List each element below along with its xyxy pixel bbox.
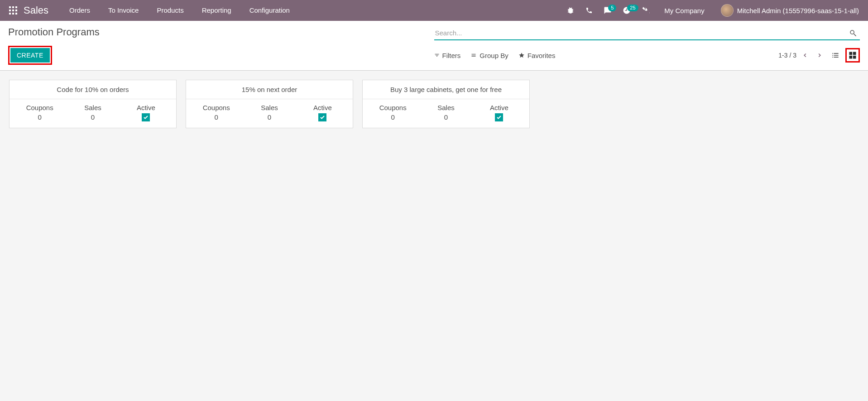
search-tools: Filters Group By Favorites <box>434 52 556 59</box>
promo-card[interactable]: Buy 3 large cabinets, get one for free C… <box>362 80 530 128</box>
svg-rect-8 <box>15 13 17 14</box>
check-icon <box>495 113 503 121</box>
filter-icon <box>434 53 440 58</box>
activity-icon[interactable]: 25 <box>620 6 633 14</box>
svg-rect-9 <box>849 52 853 55</box>
app-brand[interactable]: Sales <box>22 5 53 16</box>
pager-value: 1-3 / 3 <box>778 52 796 59</box>
page-title: Promotion Programs <box>8 26 434 38</box>
col-sales-label: Sales <box>419 104 472 111</box>
menu-orders[interactable]: Orders <box>62 0 97 21</box>
control-panel: Promotion Programs CREATE Filters <box>0 21 868 71</box>
favorites-button[interactable]: Favorites <box>518 52 556 59</box>
filters-button[interactable]: Filters <box>434 52 461 59</box>
kanban-view: Code for 10% on orders Coupons0 Sales0 A… <box>0 71 868 137</box>
groupby-label: Group By <box>480 52 508 59</box>
svg-rect-5 <box>15 10 17 11</box>
menu-configuration[interactable]: Configuration <box>242 0 297 21</box>
pager-prev-icon[interactable] <box>802 52 808 58</box>
col-active-label: Active <box>473 104 526 111</box>
groupby-icon <box>470 53 477 58</box>
promo-card[interactable]: 15% on next order Coupons0 Sales0 Active <box>186 80 353 128</box>
col-active-label: Active <box>296 104 349 111</box>
search-input[interactable] <box>434 26 847 39</box>
svg-rect-1 <box>12 6 14 8</box>
filters-label: Filters <box>442 52 461 59</box>
promo-title: Code for 10% on orders <box>10 80 176 99</box>
user-menu[interactable]: Mitchell Admin (15557996-saas-15-1-all) <box>716 4 863 17</box>
messaging-badge: 5 <box>608 5 616 11</box>
promo-title: 15% on next order <box>186 80 353 99</box>
col-coupons-val: 0 <box>366 113 419 121</box>
top-navbar: Sales Orders To Invoice Products Reporti… <box>0 0 868 21</box>
main-menu: Orders To Invoice Products Reporting Con… <box>62 0 297 21</box>
col-sales-val: 0 <box>243 113 296 121</box>
col-sales-val: 0 <box>66 113 119 121</box>
svg-rect-7 <box>12 13 14 14</box>
col-coupons-val: 0 <box>190 113 243 121</box>
create-button[interactable]: CREATE <box>10 48 50 63</box>
apps-icon[interactable] <box>5 6 22 14</box>
avatar <box>721 4 734 17</box>
col-sales-val: 0 <box>419 113 472 121</box>
company-switcher[interactable]: My Company <box>658 7 710 14</box>
check-icon <box>318 113 326 121</box>
menu-products[interactable]: Products <box>149 0 191 21</box>
svg-rect-2 <box>15 6 17 8</box>
promo-card[interactable]: Code for 10% on orders Coupons0 Sales0 A… <box>9 80 177 128</box>
col-sales-label: Sales <box>66 104 119 111</box>
favorites-label: Favorites <box>528 52 556 59</box>
bug-icon[interactable] <box>564 6 577 14</box>
check-icon <box>142 113 150 121</box>
svg-rect-0 <box>9 6 11 8</box>
menu-reporting[interactable]: Reporting <box>195 0 239 21</box>
svg-rect-4 <box>12 10 14 11</box>
messaging-icon[interactable]: 5 <box>601 6 614 14</box>
col-coupons-label: Coupons <box>190 104 243 111</box>
col-coupons-label: Coupons <box>13 104 66 111</box>
phone-icon[interactable] <box>583 7 595 14</box>
promo-title: Buy 3 large cabinets, get one for free <box>363 80 529 99</box>
pager: 1-3 / 3 <box>778 52 823 59</box>
svg-rect-3 <box>9 10 11 11</box>
svg-rect-6 <box>9 13 11 14</box>
col-coupons-val: 0 <box>13 113 66 121</box>
search-icon[interactable] <box>846 29 860 37</box>
systray: 5 25 My Company Mitchell Admin (15557996… <box>564 4 863 17</box>
tools-icon[interactable] <box>639 6 652 14</box>
kanban-view-icon[interactable] <box>845 48 860 63</box>
activity-badge: 25 <box>627 5 638 11</box>
menu-to-invoice[interactable]: To Invoice <box>101 0 146 21</box>
list-view-icon[interactable] <box>829 49 842 62</box>
svg-rect-12 <box>853 56 856 59</box>
user-name: Mitchell Admin (15557996-saas-15-1-all) <box>737 7 859 14</box>
col-sales-label: Sales <box>243 104 296 111</box>
svg-rect-11 <box>849 56 853 59</box>
star-icon <box>518 52 525 58</box>
col-active-label: Active <box>120 104 173 111</box>
pager-next-icon[interactable] <box>816 52 823 58</box>
create-highlight: CREATE <box>8 46 52 65</box>
col-coupons-label: Coupons <box>366 104 419 111</box>
groupby-button[interactable]: Group By <box>470 52 508 59</box>
view-switcher <box>829 48 860 63</box>
search-bar <box>434 26 860 40</box>
svg-rect-10 <box>853 52 856 55</box>
